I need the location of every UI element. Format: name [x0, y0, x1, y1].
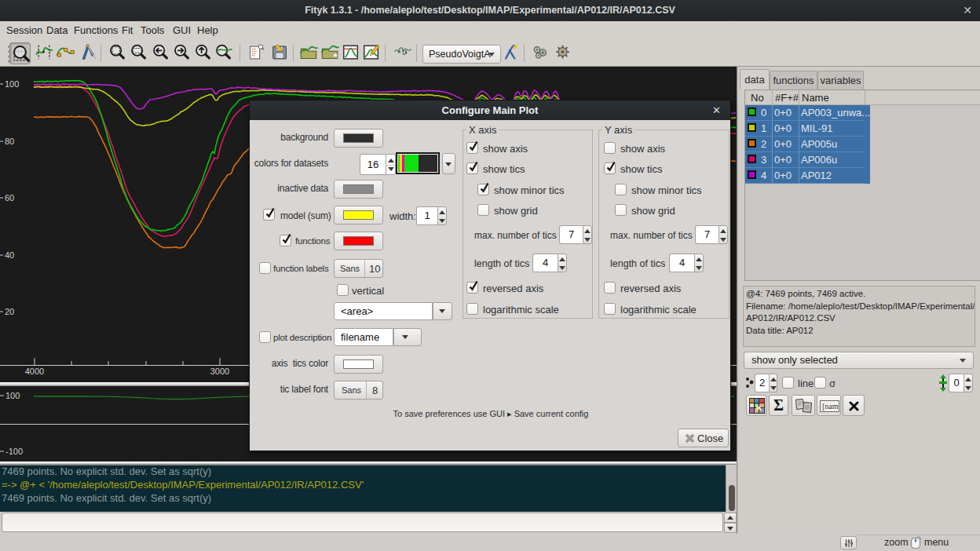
- svg-text:[nam: [nam: [822, 402, 839, 411]
- svg-text:3000: 3000: [210, 367, 229, 376]
- svg-text:4000: 4000: [25, 367, 44, 376]
- svg-text:20: 20: [5, 307, 14, 316]
- svg-text:100: 100: [5, 391, 20, 400]
- svg-text:100: 100: [5, 79, 19, 89]
- svg-text:-100: -100: [5, 447, 23, 456]
- svg-text:60: 60: [5, 193, 14, 203]
- svg-text:80: 80: [5, 137, 14, 146]
- svg-text:40: 40: [5, 250, 14, 260]
